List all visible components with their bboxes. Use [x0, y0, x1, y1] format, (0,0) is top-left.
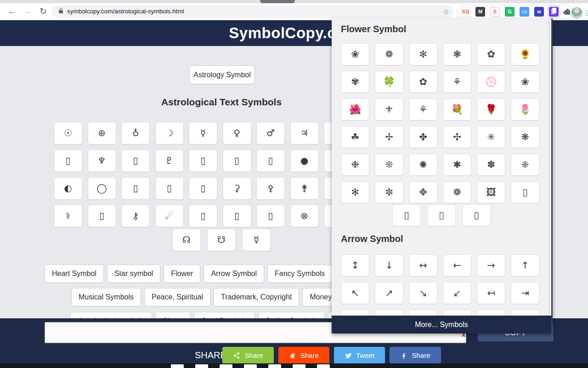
symbol-button[interactable]: ✤ — [409, 126, 437, 148]
category-button-trademark-copyright[interactable]: Trademark, Copyright — [214, 288, 299, 306]
symbol-button[interactable]: ◯ — [88, 177, 116, 200]
symbol-button[interactable]: ⚴ — [256, 177, 285, 200]
symbol-button[interactable]: ↘ — [409, 282, 437, 304]
symbol-button[interactable]: ♀ — [223, 122, 251, 144]
symbol-button[interactable]: ✽ — [477, 154, 505, 176]
symbol-button[interactable]: ↕ — [341, 254, 369, 276]
symbol-button[interactable]: ✥ — [409, 181, 437, 203]
symbol-button[interactable]: ▯ — [54, 150, 82, 172]
symbol-button[interactable]: 🌹 — [477, 98, 505, 121]
symbol-button[interactable]: ▯ — [427, 204, 456, 226]
extension-m-icon[interactable]: M — [475, 7, 485, 17]
symbol-button[interactable]: ▯ — [155, 177, 184, 200]
symbol-button[interactable]: ▯ — [511, 181, 539, 203]
symbol-button[interactable]: ✢ — [375, 126, 403, 148]
symbol-button[interactable]: 🖼 — [477, 181, 505, 203]
symbol-button[interactable]: ↑ — [511, 254, 539, 276]
extension-symbol-popup-icon[interactable] — [549, 7, 559, 17]
symbol-button[interactable]: ▯ — [256, 150, 285, 172]
symbol-button[interactable]: ⚵ — [290, 177, 319, 200]
symbol-button[interactable]: ↤ — [477, 282, 505, 304]
profile-avatar[interactable] — [571, 7, 582, 19]
extension-w-icon[interactable]: w — [534, 7, 544, 17]
twitter-tweet-button[interactable]: Tweet — [334, 347, 385, 364]
extension-s-icon[interactable]: S — [490, 7, 500, 17]
symbol-button[interactable]: ↓ — [375, 254, 403, 276]
symbol-button[interactable]: ✿ — [477, 43, 505, 65]
symbol-button[interactable]: 🍀 — [375, 71, 403, 93]
category-button-heart-symbol[interactable]: Heart Symbol — [45, 264, 104, 283]
extension-sq-icon[interactable]: SQ — [461, 7, 470, 17]
symbol-button[interactable]: ▯ — [88, 205, 116, 227]
symbol-button[interactable]: ↖ — [341, 282, 369, 304]
symbol-button[interactable]: 🌷 — [511, 98, 539, 121]
symbol-button[interactable]: ♆ — [88, 150, 116, 172]
symbol-button[interactable]: ✣ — [443, 126, 471, 148]
symbol-button[interactable]: ❋ — [511, 126, 539, 148]
symbol-button[interactable]: 🌻 — [511, 43, 539, 65]
symbol-button[interactable]: ♁ — [121, 122, 150, 144]
symbol-button[interactable]: ⚕ — [54, 205, 82, 227]
category-button-arrow-symbol[interactable]: Arrow Symbol — [204, 264, 264, 283]
symbol-button[interactable]: ⚳ — [223, 177, 251, 200]
symbol-button[interactable]: ▯ — [256, 205, 285, 227]
symbol-button[interactable]: ✻ — [409, 43, 437, 65]
symbol-button[interactable]: ⇥ — [511, 282, 539, 304]
symbol-button[interactable]: ☿ — [242, 229, 271, 251]
symbol-button[interactable]: ☽ — [155, 122, 184, 144]
symbol-button[interactable]: ⚘ — [443, 71, 471, 93]
symbol-button[interactable]: ♇ — [155, 150, 184, 172]
symbol-button[interactable]: ☊ — [172, 229, 201, 251]
forward-button[interactable]: → — [21, 5, 34, 18]
symbol-button[interactable]: 🌺 — [341, 98, 369, 121]
symbol-button[interactable]: ✼ — [375, 181, 403, 203]
symbol-button[interactable]: ▯ — [189, 150, 217, 172]
symbol-button[interactable]: ☿ — [189, 122, 217, 144]
back-button[interactable]: ← — [6, 5, 18, 18]
category-button-musical-symbols[interactable]: Musical Symbols — [71, 288, 141, 306]
symbol-button[interactable]: ← — [443, 254, 471, 276]
symbol-button[interactable]: ❁ — [443, 181, 471, 203]
symbol-button[interactable]: ▯ — [121, 177, 150, 200]
symbol-button[interactable]: ❁ — [375, 43, 403, 65]
symbol-button[interactable]: ❀ — [511, 71, 539, 93]
symbol-button[interactable]: ❈ — [511, 154, 539, 176]
category-button-star-symbol[interactable]: Star symbol — [107, 264, 160, 283]
symbol-button[interactable]: ⊕ — [88, 122, 116, 144]
symbol-button[interactable]: ✿ — [409, 71, 437, 93]
symbol-button[interactable]: ✾ — [341, 71, 369, 93]
reload-button[interactable]: ↻ — [37, 5, 50, 18]
category-button-flower[interactable]: Flower — [164, 264, 200, 283]
category-button-fancy-symbols[interactable]: Fancy Symbols — [267, 264, 332, 283]
symbol-button[interactable]: ↔ — [409, 254, 437, 276]
address-bar[interactable]: symbolcopy.com/astrological-symbols.html… — [51, 6, 454, 17]
reddit-share-button[interactable]: Share — [278, 347, 329, 364]
symbol-button[interactable]: ▯ — [121, 150, 150, 172]
extension-g-icon[interactable]: G — [505, 7, 514, 17]
symbol-button[interactable]: ☄ — [155, 205, 184, 227]
symbol-button[interactable]: ▯ — [462, 204, 491, 226]
symbol-button[interactable]: ↗ — [375, 282, 403, 304]
symbol-button[interactable]: ▯ — [223, 205, 251, 227]
symbol-button[interactable]: ↙ — [443, 282, 471, 304]
symbol-button[interactable]: ❃ — [443, 43, 471, 65]
facebook-share-button[interactable]: Share — [390, 347, 441, 364]
symbol-button[interactable]: ◐ — [54, 177, 82, 200]
extension-cs-icon[interactable]: cs — [520, 7, 529, 17]
symbol-button[interactable]: ▯ — [189, 177, 217, 200]
symbol-button[interactable]: ❉ — [341, 154, 369, 176]
panel-scrollbar[interactable] — [548, 18, 550, 334]
symbol-button[interactable]: ♂ — [256, 122, 285, 144]
symbol-button[interactable]: ♃ — [290, 122, 319, 144]
astrology-symbol-button[interactable]: Astrology Symbol — [189, 65, 255, 84]
symbol-button[interactable]: ✺ — [409, 154, 437, 176]
symbol-button[interactable]: ✱ — [443, 154, 471, 176]
symbol-button[interactable]: ⚘ — [409, 98, 437, 121]
symbol-button[interactable]: ⊗ — [290, 205, 319, 227]
symbol-button[interactable]: ⚜ — [375, 98, 403, 121]
symbol-button[interactable]: ✻ — [341, 181, 369, 203]
symbol-button[interactable]: ❀ — [341, 43, 369, 65]
symbol-button[interactable]: ☋ — [207, 229, 236, 251]
symbol-button[interactable]: ☘ — [341, 126, 369, 148]
symbol-button[interactable]: 💐 — [443, 98, 471, 121]
